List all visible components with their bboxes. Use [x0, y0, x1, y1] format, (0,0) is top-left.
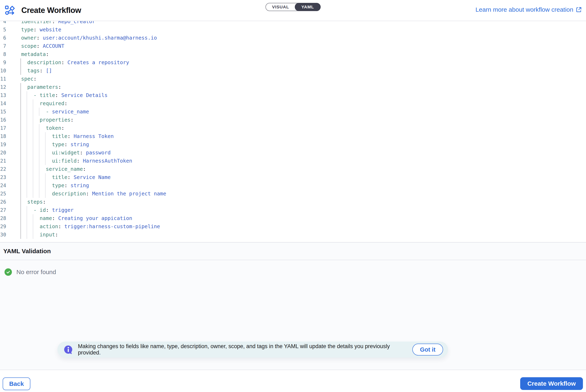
- code-line: 19 type: string: [0, 140, 586, 149]
- yaml-editor-lines: 4identifier: Repo_creator5type: website6…: [0, 21, 586, 239]
- workflow-icon: [4, 5, 15, 16]
- code-line: 16 properties:: [0, 116, 586, 124]
- indent-guide: [20, 182, 21, 190]
- code-line: 30 input:: [0, 231, 586, 239]
- indent-guide: [20, 231, 21, 239]
- code-text: service_name:: [21, 165, 86, 173]
- code-line: 17 token:: [0, 124, 586, 132]
- code-line: 27 - id: trigger: [0, 206, 586, 214]
- line-number: 19: [0, 140, 6, 149]
- code-text: properties:: [21, 116, 74, 124]
- line-number: 4: [0, 21, 6, 26]
- code-text: parameters:: [21, 83, 61, 91]
- line-number: 24: [0, 182, 6, 190]
- code-line: 11spec:: [0, 75, 586, 83]
- indent-guide: [20, 124, 21, 132]
- code-line: 14 required:: [0, 100, 586, 108]
- code-line: 6owner: user:account/khushi.sharma@harne…: [0, 34, 586, 42]
- toggle-yaml[interactable]: YAML: [295, 3, 321, 11]
- toggle-visual[interactable]: VISUAL: [266, 3, 295, 11]
- create-workflow-button[interactable]: Create Workflow: [520, 377, 583, 390]
- validation-title: YAML Validation: [3, 248, 51, 255]
- learn-more-link[interactable]: Learn more about workflow creation: [476, 6, 582, 13]
- line-number: 30: [0, 231, 6, 239]
- code-text: action: trigger:harness-custom-pipeline: [21, 222, 160, 231]
- line-number: 14: [0, 100, 6, 108]
- code-text: description: Creates a repository: [21, 58, 129, 67]
- indent-guide: [20, 83, 21, 91]
- code-line: 18 title: Harness Token: [0, 132, 586, 140]
- code-text: type: string: [21, 140, 89, 149]
- code-text: - id: trigger: [21, 206, 74, 214]
- indent-guide: [20, 173, 21, 182]
- indent-guide: [20, 157, 21, 165]
- code-text: scope: ACCOUNT: [21, 42, 64, 50]
- indent-guide: [20, 140, 21, 149]
- validation-header: YAML Validation: [0, 242, 586, 260]
- line-number: 26: [0, 198, 6, 206]
- banner-text: Making changes to fields like name, type…: [78, 343, 412, 356]
- code-text: metadata:: [21, 50, 49, 58]
- code-line: 28 name: Creating your appication: [0, 214, 586, 222]
- line-number: 22: [0, 165, 6, 173]
- code-text: steps:: [21, 198, 46, 206]
- success-check-icon: [4, 268, 12, 276]
- footer: Back Create Workflow: [0, 370, 586, 392]
- line-number: 8: [0, 50, 6, 58]
- validation-result-row: No error found: [0, 260, 586, 276]
- line-number: 12: [0, 83, 6, 91]
- indent-guide: [20, 214, 21, 222]
- line-number: 13: [0, 91, 6, 100]
- line-number: 20: [0, 149, 6, 157]
- code-line: 13 - title: Service Details: [0, 91, 586, 100]
- line-number: 18: [0, 132, 6, 140]
- view-toggle[interactable]: VISUAL YAML: [266, 3, 321, 11]
- code-text: title: Service Name: [21, 173, 111, 182]
- code-line: 25 description: Mention the project name: [0, 190, 586, 198]
- line-number: 11: [0, 75, 6, 83]
- code-line: 12 parameters:: [0, 83, 586, 91]
- indent-guide: [20, 100, 21, 108]
- code-line: 8metadata:: [0, 50, 586, 58]
- code-line: 7scope: ACCOUNT: [0, 42, 586, 50]
- line-number: 6: [0, 34, 6, 42]
- line-number: 28: [0, 214, 6, 222]
- page-title: Create Workflow: [21, 6, 81, 15]
- code-text: - service_name: [21, 108, 89, 116]
- code-text: owner: user:account/khushi.sharma@harnes…: [21, 34, 157, 42]
- header-left: Create Workflow: [4, 0, 81, 21]
- code-text: type: website: [21, 26, 61, 34]
- indent-guide: [20, 222, 21, 231]
- line-number: 10: [0, 67, 6, 75]
- line-number: 27: [0, 206, 6, 214]
- code-text: token:: [21, 124, 64, 132]
- line-number: 15: [0, 108, 6, 116]
- yaml-editor[interactable]: 4identifier: Repo_creator5type: website6…: [0, 21, 586, 242]
- indent-guide: [20, 116, 21, 124]
- code-text: - title: Service Details: [21, 91, 108, 100]
- indent-guide: [20, 108, 21, 116]
- line-number: 5: [0, 26, 6, 34]
- indent-guide: [20, 190, 21, 198]
- got-it-button[interactable]: Got it: [412, 344, 443, 356]
- code-line: 24 type: string: [0, 182, 586, 190]
- code-text: title: Harness Token: [21, 132, 114, 140]
- header: Create Workflow VISUAL YAML Learn more a…: [0, 0, 586, 21]
- indent-guide: [20, 149, 21, 157]
- code-text: ui:widget: password: [21, 149, 111, 157]
- code-line: 9 description: Creates a repository: [0, 58, 586, 67]
- code-text: description: Mention the project name: [21, 190, 166, 198]
- code-line: 22 service_name:: [0, 165, 586, 173]
- code-text: type: string: [21, 182, 89, 190]
- indent-guide: [20, 58, 21, 67]
- code-text: input:: [21, 231, 58, 239]
- line-number: 25: [0, 190, 6, 198]
- code-text: spec:: [21, 75, 36, 83]
- line-number: 16: [0, 116, 6, 124]
- code-text: required:: [21, 100, 68, 108]
- back-button[interactable]: Back: [3, 378, 30, 390]
- learn-more-label: Learn more about workflow creation: [476, 6, 573, 13]
- code-line: 5type: website: [0, 26, 586, 34]
- code-line: 10 tags: []: [0, 67, 586, 75]
- info-icon: [64, 345, 73, 354]
